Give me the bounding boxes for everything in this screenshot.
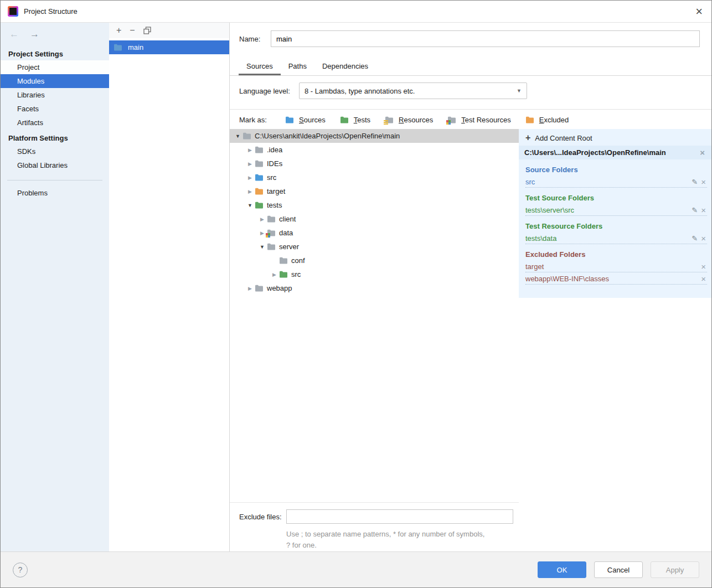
mark-as-test-resources-button[interactable]: Test Resources	[443, 114, 515, 126]
source-folder-icon	[285, 116, 296, 123]
cancel-button[interactable]: Cancel	[594, 561, 643, 578]
tree-node-label: server	[278, 243, 299, 251]
tab-sources[interactable]: Sources	[239, 58, 281, 75]
tree-toggle-icon[interactable]: ▶	[245, 175, 255, 180]
content-root-path: C:\Users\...IdeaProjects\OpenRefine\main	[524, 148, 666, 157]
tree-node-conf[interactable]: conf	[230, 254, 519, 267]
folder-entry-webapp-web-inf-classes: webapp\WEB-INF\classes×	[525, 272, 707, 285]
mark-as-excluded-button[interactable]: Excluded	[522, 114, 572, 126]
tabs-divider	[230, 75, 711, 76]
tree-toggle-icon[interactable]: ▶	[245, 161, 255, 167]
tree-node-data[interactable]: ▶data	[230, 226, 519, 240]
copy-module-button[interactable]	[143, 27, 151, 34]
test-folder-icon	[255, 202, 266, 209]
tree-node-label: data	[278, 229, 293, 237]
add-module-button[interactable]: +	[116, 26, 121, 35]
remove-module-button[interactable]: −	[130, 26, 135, 35]
tree-toggle-icon[interactable]: ▶	[245, 189, 255, 194]
folder-entry-src: src✎×	[525, 176, 707, 188]
folder-path[interactable]: src	[525, 178, 689, 186]
edit-folder-icon[interactable]: ✎	[689, 234, 700, 243]
tree-node-idea[interactable]: ▶.idea	[230, 143, 519, 157]
mark-as-button-label: Resources	[399, 116, 433, 124]
footer-buttons: OKCancelApply	[538, 561, 699, 578]
sidebar-item-modules[interactable]: Modules	[1, 74, 109, 88]
help-button[interactable]: ?	[13, 563, 28, 577]
tree-toggle-icon[interactable]: ▶	[245, 147, 255, 153]
close-button[interactable]: ×	[695, 6, 703, 18]
tree-toggle-icon[interactable]: ▶	[257, 216, 267, 222]
chevron-down-icon: ▼	[517, 88, 522, 94]
remove-folder-icon[interactable]: ×	[700, 234, 707, 243]
sidebar-item-project[interactable]: Project	[1, 60, 109, 74]
back-button[interactable]: ←	[9, 29, 19, 40]
folder-path[interactable]: tests\data	[525, 234, 689, 243]
remove-folder-icon[interactable]: ×	[700, 275, 707, 283]
tree-node-ides[interactable]: ▶IDEs	[230, 157, 519, 171]
name-input[interactable]	[271, 30, 700, 47]
remove-content-root-icon[interactable]: ×	[699, 148, 706, 157]
tree-node-label: src	[290, 270, 301, 278]
test-folder-icon	[340, 116, 351, 123]
sidebar-item-problems[interactable]: Problems	[1, 186, 109, 200]
tree-node-target[interactable]: ▶target	[230, 184, 519, 198]
tree-node-label: C:\Users\ankit\IdeaProjects\OpenRefine\m…	[254, 132, 400, 140]
tree-node-client[interactable]: ▶client	[230, 212, 519, 226]
edit-folder-icon[interactable]: ✎	[689, 178, 700, 186]
section-divider	[230, 109, 711, 110]
forward-button[interactable]: →	[30, 29, 39, 40]
tree-node-server[interactable]: ▼server	[230, 240, 519, 254]
sidebar-item-facets[interactable]: Facets	[1, 102, 109, 116]
dialog-footer: ? OKCancelApply	[1, 551, 711, 587]
tab-paths[interactable]: Paths	[281, 58, 314, 75]
remove-folder-icon[interactable]: ×	[700, 206, 707, 214]
folder-path[interactable]: webapp\WEB-INF\classes	[525, 275, 700, 283]
sidebar-item-artifacts[interactable]: Artifacts	[1, 116, 109, 130]
tree-node-label: src	[266, 173, 276, 182]
tree-node-label: client	[278, 215, 296, 223]
sidebar-item-sdks[interactable]: SDKs	[1, 145, 109, 158]
sidebar-item-libraries[interactable]: Libraries	[1, 88, 109, 102]
folder-path[interactable]: tests\server\src	[525, 206, 689, 214]
tree-toggle-icon[interactable]: ▼	[245, 203, 255, 208]
content-root-row[interactable]: C:\Users\...IdeaProjects\OpenRefine\main…	[519, 146, 711, 159]
folder-folder-icon	[255, 160, 266, 167]
mark-as-sources-button[interactable]: Sources	[281, 114, 329, 126]
language-level-select[interactable]: 8 - Lambdas, type annotations etc. ▼	[299, 82, 527, 99]
tree-node-src[interactable]: ▶src	[230, 267, 519, 281]
mark-as-resources-button[interactable]: Resources	[381, 114, 437, 126]
folder-path[interactable]: target	[525, 262, 700, 271]
mark-as-label: Mark as:	[239, 116, 281, 124]
exclude-files-input[interactable]	[286, 509, 513, 524]
test-resource-folder-icon	[267, 229, 278, 236]
copy-icon	[143, 27, 151, 34]
edit-folder-icon[interactable]: ✎	[689, 206, 700, 214]
tree-node-webapp[interactable]: ▶webapp	[230, 281, 519, 295]
module-label: main	[128, 43, 143, 51]
sidebar-item-global-libraries[interactable]: Global Libraries	[1, 158, 109, 172]
test-folder-icon	[279, 271, 290, 278]
exclude-files-label: Exclude files:	[239, 513, 286, 521]
language-level-value: 8 - Lambdas, type annotations etc.	[305, 87, 517, 95]
ok-button[interactable]: OK	[538, 561, 586, 578]
module-list-item-main[interactable]: main	[109, 40, 229, 54]
tree-node-tests[interactable]: ▼tests	[230, 198, 519, 212]
module-editor: Name: SourcesPathsDependencies Language …	[229, 23, 711, 551]
tree-node-c-users-ankit-ideaprojects-openrefine-main[interactable]: ▼C:\Users\ankit\IdeaProjects\OpenRefine\…	[230, 129, 519, 143]
mark-as-tests-button[interactable]: Tests	[336, 114, 374, 126]
tree-node-src[interactable]: ▶src	[230, 171, 519, 184]
tree-toggle-icon[interactable]: ▶	[270, 272, 279, 277]
section-header-test-source-folders: Test Source Folders	[519, 188, 711, 204]
tab-dependencies[interactable]: Dependencies	[314, 58, 376, 75]
exclude-divider	[230, 502, 519, 503]
sidebar-section-header-platform-settings: Platform Settings	[1, 130, 109, 145]
tree-toggle-icon[interactable]: ▼	[233, 133, 243, 139]
tree-toggle-icon[interactable]: ▼	[257, 244, 267, 250]
remove-folder-icon[interactable]: ×	[700, 178, 707, 186]
tree-toggle-icon[interactable]: ▶	[245, 286, 255, 291]
sidebar-nav: Project SettingsProjectModulesLibrariesF…	[1, 45, 109, 200]
help-icon: ?	[18, 565, 23, 574]
add-content-root-button[interactable]: + Add Content Root	[519, 129, 711, 145]
remove-folder-icon[interactable]: ×	[700, 262, 707, 271]
folder-entry-target: target×	[525, 260, 707, 272]
